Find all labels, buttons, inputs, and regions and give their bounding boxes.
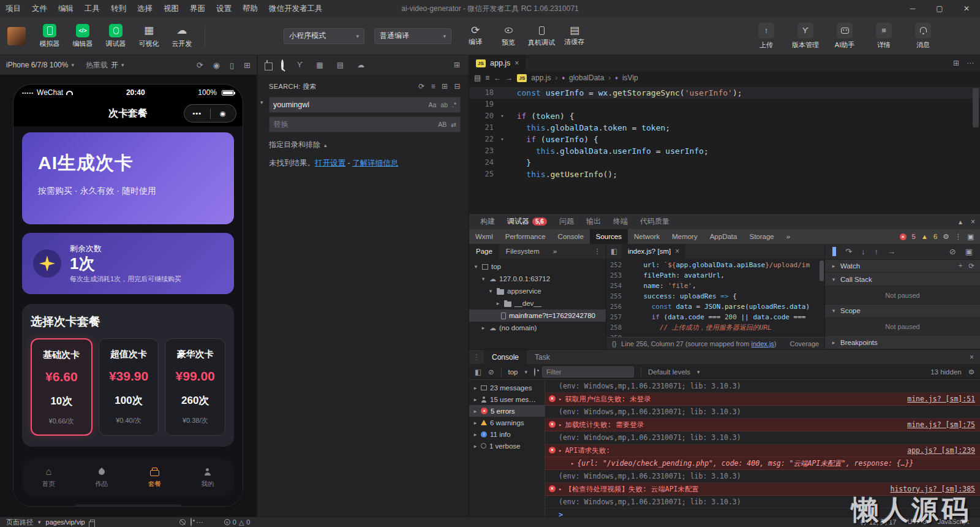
toggle-replace-chevron[interactable]: ▾ — [260, 99, 263, 105]
tab-sources[interactable]: Sources — [590, 229, 628, 244]
filter-input[interactable] — [546, 368, 630, 376]
messages-button[interactable]: 消息 — [907, 23, 940, 50]
collapse-panel-icon[interactable]: ▴ — [959, 218, 962, 226]
filter-verbose[interactable]: ▸1 verbose — [469, 440, 545, 452]
breadcrumb-symbol[interactable]: isVip — [622, 74, 638, 82]
breadcrumb-file[interactable]: app.js — [531, 74, 551, 82]
eye-icon[interactable] — [534, 368, 535, 376]
step-over-icon[interactable]: ↷ — [845, 247, 852, 256]
source-link[interactable]: mine.js? [sm]:75 — [899, 420, 975, 430]
watch-section-header[interactable]: ▸ Watch +⟳ — [825, 260, 980, 273]
page-path-value[interactable]: pages/vip/vip — [46, 518, 85, 526]
close-console-icon[interactable]: × — [970, 350, 980, 364]
tab-wxml[interactable]: Wxml — [469, 229, 499, 244]
replace-all-button[interactable]: ⇄ — [451, 121, 456, 128]
preview-button[interactable]: 预览 — [492, 25, 525, 47]
dock-icon[interactable]: ▣ — [967, 232, 974, 241]
search-details-toggle[interactable]: 指定目录和排除 ▴ — [269, 140, 461, 150]
close-button[interactable]: ✕ — [953, 0, 980, 17]
device-debug-button[interactable]: 真机调试 — [525, 25, 558, 47]
tab-build[interactable]: 构建 — [474, 214, 501, 229]
grid-icon[interactable]: ▦ — [316, 61, 323, 69]
filter-warnings[interactable]: ▸6 warnings — [469, 417, 545, 428]
menu-item[interactable]: 微信开发者工具 — [263, 0, 328, 17]
tab-console[interactable]: Console — [484, 350, 527, 364]
plan-card-deluxe[interactable]: 豪华次卡 ¥99.00 260次 ¥0.38/次 — [165, 338, 225, 436]
tree-item-mainframe[interactable]: mainframe?t=17629242780 — [469, 309, 606, 322]
tab-code-quality[interactable]: 代码质量 — [634, 214, 676, 229]
menu-item[interactable]: 视图 — [158, 0, 184, 17]
tab-home[interactable]: ⌂ 首页 — [22, 467, 75, 488]
avatar[interactable] — [7, 27, 26, 45]
copy-icon[interactable] — [90, 520, 95, 525]
expand-all-icon[interactable]: ≡ — [431, 82, 435, 91]
context-select[interactable]: top — [508, 368, 518, 376]
more-actions-icon[interactable]: ⋯ — [967, 59, 974, 67]
deactivate-breakpoints-icon[interactable]: ⊘ — [949, 247, 956, 256]
close-tab-icon[interactable]: × — [675, 247, 679, 256]
pause-icon[interactable] — [832, 247, 836, 256]
pause-on-exceptions-icon[interactable]: ▣ — [965, 247, 973, 256]
menu-item[interactable]: 设置 — [211, 0, 237, 17]
tab-works[interactable]: 作品 — [75, 467, 129, 488]
editor-button[interactable]: </> 编辑器 — [66, 24, 99, 48]
rotate-icon[interactable]: ⟳ — [197, 61, 203, 70]
filter-all-messages[interactable]: ▸23 messages — [469, 382, 545, 393]
filter-user-messages[interactable]: ▸15 user mes… — [469, 393, 545, 405]
step-icon[interactable]: → — [888, 247, 895, 256]
filter-info[interactable]: ▸i11 info — [469, 428, 545, 440]
panel-icon[interactable]: ▤ — [337, 61, 344, 69]
mode-select[interactable]: 小程序模式 ▾ — [284, 28, 364, 44]
files-icon[interactable] — [266, 61, 268, 69]
warning-count[interactable]: 6 — [933, 233, 937, 240]
tab-problems[interactable]: 问题 — [553, 214, 580, 229]
menu-item[interactable]: 界面 — [184, 0, 211, 17]
plan-card-basic[interactable]: 基础次卡 ¥6.60 10次 ¥0.66/次 — [31, 338, 92, 436]
tab-plans[interactable]: 套餐 — [128, 467, 181, 488]
problems-indicator[interactable]: × 0 △ 0 — [224, 518, 251, 526]
device-select[interactable]: iPhone 6/7/8 100% — [6, 61, 68, 69]
refresh-watch-icon[interactable]: ⟳ — [968, 262, 974, 270]
details-button[interactable]: ≡ 详情 — [867, 23, 900, 50]
more-menu-button[interactable]: ••• — [184, 110, 210, 117]
coverage-label[interactable]: Coverage — [790, 340, 820, 347]
menu-item[interactable]: 工具 — [79, 0, 105, 17]
panel-layout-icon[interactable]: ⊞ — [454, 61, 460, 69]
tab-debugger[interactable]: 调试器5,6 — [501, 214, 553, 229]
version-control-button[interactable]: ϒ 版本管理 — [789, 23, 822, 50]
error-count[interactable]: 5 — [912, 233, 916, 240]
regex-button[interactable]: .* — [452, 101, 456, 108]
source-link[interactable]: app.js? [sm]:239 — [899, 445, 975, 455]
eye-icon[interactable] — [190, 518, 192, 526]
git-branch-icon[interactable]: ϒ — [297, 61, 303, 69]
source-code-view[interactable]: 252 url: `${app.globalData.apiBase}/uplo… — [606, 259, 824, 337]
overflow-tabs-icon[interactable]: » — [780, 229, 796, 244]
gear-icon[interactable]: ⚙ — [943, 232, 949, 241]
tab-output[interactable]: 输出 — [580, 214, 607, 229]
open-settings-link[interactable]: 打开设置 — [315, 159, 345, 167]
source-scrollbar[interactable] — [820, 260, 824, 281]
multi-window-icon[interactable]: ⊞ — [244, 61, 251, 70]
plan-card-value[interactable]: 超值次卡 ¥39.90 100次 ¥0.40/次 — [99, 338, 159, 436]
fold-chevron-icon[interactable]: ▾ — [497, 110, 507, 122]
home-capsule-button[interactable]: ◉ — [211, 110, 236, 118]
screenshot-icon[interactable]: ◉ — [213, 61, 220, 70]
tree-item-top[interactable]: ▾top — [469, 260, 606, 273]
expand-triangle-icon[interactable]: ▸ — [559, 445, 562, 455]
menu-item[interactable]: 项目 — [0, 0, 26, 17]
kebab-menu-icon[interactable]: ⋮ — [594, 247, 606, 256]
tree-item-appservice[interactable]: ▾appservice — [469, 285, 606, 297]
search-icon[interactable] — [281, 61, 284, 69]
nav-back-icon[interactable]: ← — [494, 74, 501, 82]
tab-performance[interactable]: Performance — [499, 229, 552, 244]
menu-item[interactable]: 编辑 — [53, 0, 79, 17]
nav-forward-icon[interactable]: → — [505, 74, 513, 82]
step-out-icon[interactable]: ↑ — [874, 247, 878, 256]
tab-filesystem[interactable]: Filesystem — [499, 244, 546, 259]
expand-triangle-icon[interactable]: ▸ — [571, 458, 574, 468]
drag-handle-icon[interactable]: ⋮ — [469, 350, 484, 364]
hidden-messages-count[interactable]: 13 hidden — [930, 368, 962, 376]
breakpoints-section-header[interactable]: ▸ Breakpoints — [825, 336, 980, 349]
device-frame-icon[interactable]: ▯ — [230, 61, 234, 70]
menu-item[interactable]: 帮助 — [237, 0, 263, 17]
